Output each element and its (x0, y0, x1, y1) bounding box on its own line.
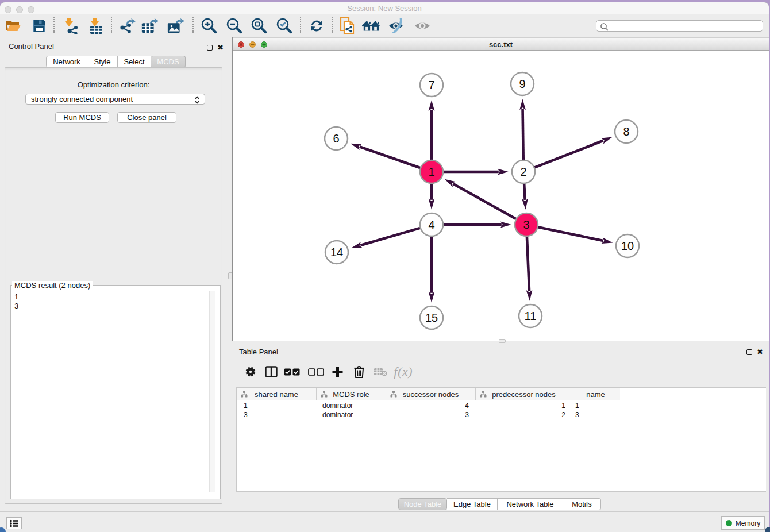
zoom-fit-button[interactable] (249, 17, 268, 35)
table-panel-float-button[interactable] (746, 348, 754, 356)
node-label: 10 (621, 240, 634, 252)
node-label: 4 (428, 218, 434, 231)
tab-edge-table[interactable]: Edge Table (447, 498, 498, 510)
table-add-column-button[interactable] (328, 360, 347, 384)
edge-4-14[interactable] (360, 228, 421, 245)
edge-arrowhead (498, 169, 509, 175)
graph-node-14[interactable]: 14 (325, 241, 348, 264)
graph-node-8[interactable]: 8 (615, 120, 638, 143)
graph-node-15[interactable]: 15 (420, 306, 443, 329)
table-deselect-all-button[interactable] (306, 360, 326, 384)
tab-network[interactable]: Network (46, 56, 87, 68)
zoom-out-button[interactable] (225, 17, 243, 35)
column-type-icon (241, 391, 248, 398)
table-settings-button[interactable] (241, 360, 260, 384)
show-all-button[interactable] (362, 17, 380, 35)
apply-layout-button[interactable] (307, 17, 326, 35)
edge-arrowhead (519, 99, 526, 110)
graph-node-9[interactable]: 9 (511, 72, 534, 95)
network-canvas[interactable]: 1234678910111415 (233, 51, 769, 341)
export-image-button[interactable] (167, 17, 185, 35)
search-input[interactable] (610, 21, 760, 31)
export-table-button[interactable] (141, 17, 159, 35)
edge-arrowhead (500, 222, 511, 228)
run-mcds-button[interactable]: Run MCDS (55, 112, 109, 123)
node-label: 15 (425, 311, 438, 324)
toolbar-separator (300, 17, 301, 33)
table-delete-table-button[interactable] (371, 360, 390, 384)
edge-2-3[interactable] (524, 182, 525, 200)
tab-node-table[interactable]: Node Table (398, 498, 447, 510)
edge-3-1[interactable] (453, 184, 517, 219)
cell-shared-name[interactable]: 3 (237, 410, 317, 419)
graph-node-4[interactable]: 4 (420, 213, 443, 236)
edge-2-8[interactable] (533, 141, 603, 168)
tab-network-table[interactable]: Network Table (498, 498, 563, 510)
table-panel-title: Table Panel (239, 348, 278, 356)
hide-selected-button[interactable] (388, 17, 406, 35)
result-scrollbar[interactable] (209, 291, 215, 492)
table-delete-column-button[interactable] (349, 360, 369, 384)
show-hidden-button[interactable] (413, 17, 432, 35)
network-resize-grip[interactable] (499, 339, 506, 343)
graph-node-3[interactable]: 3 (515, 213, 538, 236)
cell-shared-name[interactable]: 1 (237, 401, 317, 410)
graph-node-6[interactable]: 6 (325, 127, 348, 150)
cell-MCDS-role[interactable]: dominator (317, 401, 386, 410)
memory-button[interactable]: Memory (721, 516, 765, 530)
control-panel-float-button[interactable] (207, 44, 214, 51)
graph-node-1[interactable]: 1 (420, 160, 443, 183)
zoom-out-icon (225, 17, 242, 34)
edge-arrowhead (429, 199, 435, 210)
close-icon: ✖ (756, 349, 764, 355)
zoom-in-button[interactable] (199, 17, 218, 35)
cell-name[interactable]: 1 (572, 401, 619, 410)
cell-name[interactable]: 3 (572, 410, 619, 419)
panels-menu-button[interactable] (6, 517, 22, 529)
zoom-selected-button[interactable] (275, 17, 293, 35)
cell-predecessor-nodes[interactable]: 1 (476, 401, 572, 410)
open-session-button[interactable] (4, 17, 22, 35)
graph-node-11[interactable]: 11 (519, 304, 542, 327)
column-header-shared-name[interactable]: shared name (237, 388, 317, 400)
tab-select[interactable]: Select (118, 56, 151, 68)
tab-motifs[interactable]: Motifs (563, 498, 601, 510)
import-table-button[interactable] (87, 17, 105, 35)
graph-node-10[interactable]: 10 (616, 234, 639, 257)
graph-node-7[interactable]: 7 (420, 74, 443, 97)
table-row-1[interactable]: 1dominator411 (237, 401, 766, 410)
column-label: MCDS role (333, 390, 369, 399)
edge-3-10[interactable] (537, 227, 603, 241)
criterion-dropdown[interactable]: strongly connected component (25, 94, 205, 105)
mcds-result-text[interactable]: 1 3 (14, 292, 18, 311)
cell-MCDS-role[interactable]: dominator (317, 410, 386, 419)
column-label: shared name (255, 390, 298, 399)
clone-network-button[interactable] (338, 17, 357, 35)
column-header-name[interactable]: name (572, 388, 619, 400)
export-network-button[interactable] (118, 17, 137, 35)
graph-node-2[interactable]: 2 (512, 160, 535, 183)
table-columns-button[interactable] (261, 360, 281, 384)
control-panel: Control Panel ✖ NetworkStyleSelectMCDS O… (0, 36, 225, 513)
control-panel-close-button[interactable]: ✖ (217, 44, 224, 51)
column-header-predecessor-nodes[interactable]: predecessor nodes (476, 388, 572, 400)
tab-mcds[interactable]: MCDS (151, 56, 186, 68)
column-header-MCDS-role[interactable]: MCDS role (317, 388, 386, 400)
import-network-button[interactable] (61, 17, 80, 35)
table-function-button[interactable]: f(x) (391, 360, 416, 384)
edge-2-9[interactable] (523, 109, 523, 161)
table-select-all-button[interactable] (282, 360, 302, 384)
table-panel-close-button[interactable]: ✖ (756, 348, 764, 356)
close-panel-button[interactable]: Close panel (117, 112, 176, 123)
save-session-button[interactable] (30, 17, 48, 35)
cell-successor-nodes[interactable]: 3 (386, 410, 476, 419)
fx-icon: f(x) (394, 365, 413, 379)
tab-style[interactable]: Style (87, 56, 118, 68)
edge-3-11[interactable] (527, 235, 529, 291)
edge-1-6[interactable] (360, 147, 422, 168)
cell-predecessor-nodes[interactable]: 2 (476, 410, 572, 419)
application: Session: New Session (0, 0, 770, 532)
table-row-2[interactable]: 3dominator323 (237, 410, 766, 419)
cell-successor-nodes[interactable]: 4 (386, 401, 476, 410)
column-header-successor-nodes[interactable]: successor nodes (386, 388, 476, 400)
